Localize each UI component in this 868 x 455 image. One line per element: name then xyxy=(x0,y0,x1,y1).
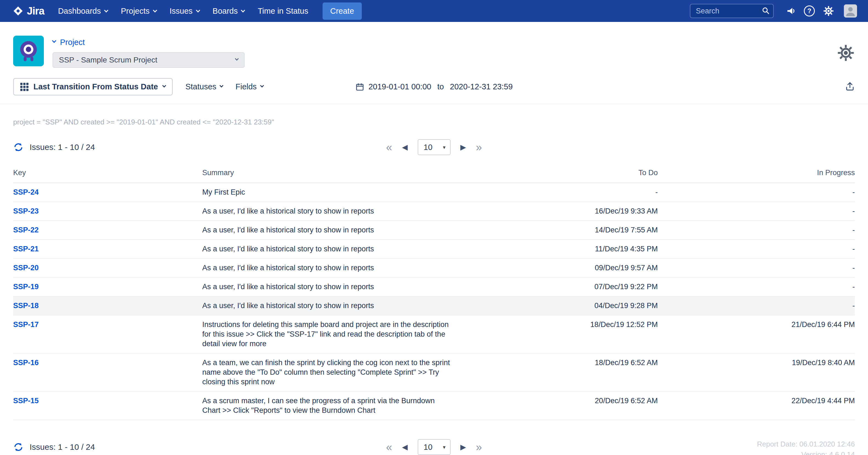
statuses-dropdown[interactable]: Statuses xyxy=(185,82,223,91)
issue-todo-date: 09/Dec/19 9:57 AM xyxy=(463,263,658,273)
jira-brand[interactable]: Jira xyxy=(13,5,44,17)
refresh-icon[interactable] xyxy=(13,142,24,152)
issues-bar-bottom: Issues: 1 - 10 / 24 « ◀ 10 ▾ ▶ » Report … xyxy=(0,438,868,455)
jira-logo-icon xyxy=(13,6,23,16)
pagination-next-button[interactable]: ▶ xyxy=(460,144,466,151)
issues-table-body: SSP-24 My First Epic - - SSP-23 As a use… xyxy=(13,183,855,420)
search-icon[interactable] xyxy=(762,7,770,16)
calendar-icon xyxy=(355,83,364,91)
search-input[interactable] xyxy=(690,4,774,18)
footer-report-date: Report Date: 06.01.2020 12:46 xyxy=(757,439,855,449)
pagination-top: « ◀ 10 ▾ ▶ » xyxy=(386,139,482,155)
pagination-first-button[interactable]: « xyxy=(386,142,392,153)
issue-key-link[interactable]: SSP-18 xyxy=(13,302,39,310)
issues-bar-top: Issues: 1 - 10 / 24 « ◀ 10 ▾ ▶ » xyxy=(0,139,868,156)
report-toolbar: Last Transition From Status Date Statuse… xyxy=(0,78,868,104)
brand-text: Jira xyxy=(27,5,44,17)
create-button[interactable]: Create xyxy=(322,2,362,20)
chevron-down-icon xyxy=(104,8,108,12)
chevron-down-icon xyxy=(241,8,245,12)
help-icon[interactable]: ? xyxy=(804,5,815,17)
table-row: SSP-20 As a user, I'd like a historical … xyxy=(13,259,855,278)
issue-inprogress-date: - xyxy=(658,301,855,310)
table-row: SSP-19 As a user, I'd like a historical … xyxy=(13,278,855,297)
nav-item-time-in-status[interactable]: Time in Status xyxy=(258,7,308,16)
project-select[interactable]: SSP - Sample Scrum Project xyxy=(53,52,245,68)
issue-key-link[interactable]: SSP-16 xyxy=(13,359,39,367)
pagination-last-button[interactable]: » xyxy=(476,142,482,153)
issue-inprogress-date: - xyxy=(658,225,855,235)
issue-summary: As a user, I'd like a historical story t… xyxy=(202,263,463,273)
issue-inprogress-date: - xyxy=(658,263,855,273)
issue-inprogress-date: - xyxy=(658,187,855,197)
issue-summary: As a user, I'd like a historical story t… xyxy=(202,206,463,216)
issue-todo-date: - xyxy=(463,187,658,197)
issues-count: Issues: 1 - 10 / 24 xyxy=(30,443,95,452)
report-type-button[interactable]: Last Transition From Status Date xyxy=(13,78,173,95)
issue-summary: As a user, I'd like a historical story t… xyxy=(202,244,463,254)
issues-count: Issues: 1 - 10 / 24 xyxy=(30,143,95,152)
grid-icon xyxy=(20,83,29,91)
issue-todo-date: 16/Dec/19 9:33 AM xyxy=(463,206,658,216)
issue-key-link[interactable]: SSP-22 xyxy=(13,226,39,234)
nav-menu: Dashboards Projects Issues Boards Time i… xyxy=(58,7,308,16)
issue-summary: As a user, I'd like a historical story t… xyxy=(202,282,463,292)
caret-down-icon: ▾ xyxy=(443,144,446,150)
column-header-todo: To Do xyxy=(463,169,658,177)
pagination-bottom: « ◀ 10 ▾ ▶ » xyxy=(386,439,482,455)
jql-text: project = "SSP" AND created >= "2019-01-… xyxy=(13,118,855,126)
refresh-icon[interactable] xyxy=(13,442,24,452)
nav-item-issues[interactable]: Issues xyxy=(169,7,199,16)
issue-key-link[interactable]: SSP-23 xyxy=(13,207,39,215)
issue-key-link[interactable]: SSP-15 xyxy=(13,397,39,405)
nav-item-boards[interactable]: Boards xyxy=(213,7,245,16)
issue-key-link[interactable]: SSP-19 xyxy=(13,282,39,291)
nav-item-projects[interactable]: Projects xyxy=(121,7,156,16)
chevron-down-icon xyxy=(153,8,157,12)
table-row: SSP-16 As a team, we can finish the spri… xyxy=(13,354,855,392)
date-from: 2019-01-01 00:00 xyxy=(368,82,431,91)
project-label: Project xyxy=(60,38,85,47)
date-range-picker[interactable]: 2019-01-01 00:00 to 2020-12-31 23:59 xyxy=(355,82,513,91)
issue-key-link[interactable]: SSP-20 xyxy=(13,264,39,272)
pagination-first-button[interactable]: « xyxy=(386,442,392,453)
footer-version: Version: 4.6.0.14 xyxy=(757,449,855,455)
issue-summary: As a team, we can finish the sprint by c… xyxy=(202,358,463,387)
issue-todo-date: 18/Dec/19 12:52 PM xyxy=(463,320,658,330)
table-header: Key Summary To Do In Progress xyxy=(13,169,855,183)
pagination-next-button[interactable]: ▶ xyxy=(460,444,466,451)
issue-summary: As a user, I'd like a historical story t… xyxy=(202,301,463,310)
announcement-icon[interactable] xyxy=(786,6,796,16)
issue-todo-date: 07/Dec/19 9:22 PM xyxy=(463,282,658,292)
issue-todo-date: 18/Dec/19 6:52 AM xyxy=(463,358,658,368)
project-disclosure[interactable]: Project xyxy=(53,38,245,47)
issue-todo-date: 11/Dec/19 4:35 PM xyxy=(463,244,658,254)
chevron-down-icon xyxy=(196,8,200,12)
table-row: SSP-15 As a scrum master, I can see the … xyxy=(13,392,855,420)
chevron-down-icon xyxy=(235,57,239,61)
chevron-down-icon xyxy=(220,84,223,87)
table-row: SSP-21 As a user, I'd like a historical … xyxy=(13,240,855,259)
issues-table: Key Summary To Do In Progress SSP-24 My … xyxy=(13,169,855,420)
pagination-prev-button[interactable]: ◀ xyxy=(402,144,408,151)
issue-inprogress-date: - xyxy=(658,282,855,292)
export-icon[interactable] xyxy=(845,82,855,92)
issue-inprogress-date: 19/Dec/19 8:40 AM xyxy=(658,358,855,368)
pagination-last-button[interactable]: » xyxy=(476,442,482,453)
pagination-prev-button[interactable]: ◀ xyxy=(402,444,408,451)
issue-todo-date: 14/Dec/19 7:55 AM xyxy=(463,225,658,235)
issue-key-link[interactable]: SSP-21 xyxy=(13,245,39,253)
page-size-select[interactable]: 10 ▾ xyxy=(418,139,451,155)
page-size-select[interactable]: 10 ▾ xyxy=(418,439,451,455)
issue-key-link[interactable]: SSP-24 xyxy=(13,188,39,196)
gear-icon[interactable] xyxy=(823,5,834,17)
issue-key-link[interactable]: SSP-17 xyxy=(13,321,39,329)
fields-dropdown[interactable]: Fields xyxy=(236,82,263,91)
settings-gear-icon[interactable] xyxy=(837,44,855,63)
column-header-summary: Summary xyxy=(202,169,463,177)
user-avatar[interactable] xyxy=(844,4,857,18)
nav-item-dashboards[interactable]: Dashboards xyxy=(58,7,108,16)
issue-inprogress-date: - xyxy=(658,244,855,254)
issue-todo-date: 04/Dec/19 9:28 PM xyxy=(463,301,658,310)
caret-down-icon: ▾ xyxy=(443,444,446,450)
